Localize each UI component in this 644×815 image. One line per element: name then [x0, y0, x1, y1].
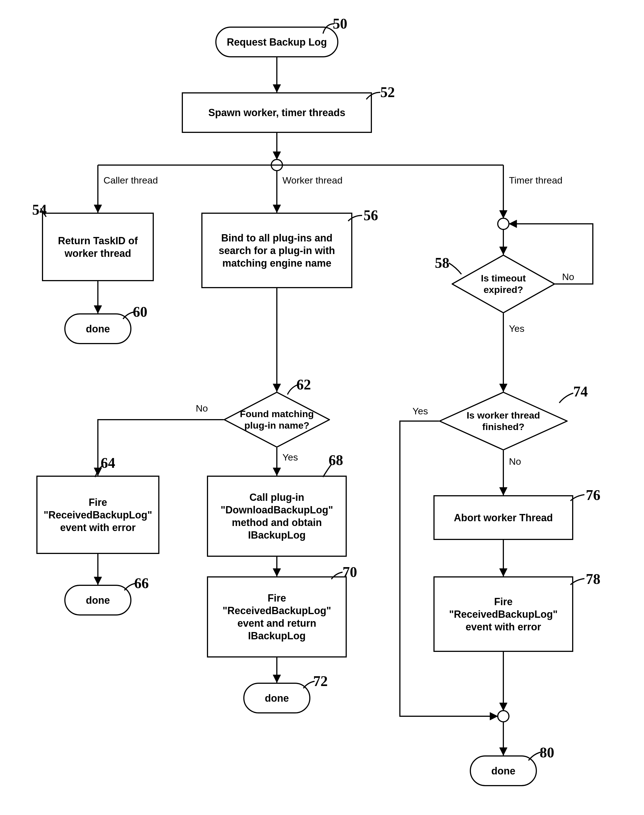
ref-58-leader — [448, 262, 464, 276]
caller-done-label: done — [86, 322, 110, 335]
worker-ok-done-label: done — [265, 692, 289, 704]
svg-marker-1 — [273, 84, 281, 92]
ref-78: 78 — [586, 571, 600, 587]
worker-fire-err-label: Fire "ReceivedBackupLog" event with erro… — [43, 496, 153, 534]
svg-marker-21 — [94, 577, 102, 585]
worker-call-label: Call plug-in "DownloadBackupLog" method … — [213, 491, 340, 541]
ref-56-leader — [345, 213, 365, 224]
timer-finished-decision: Is worker thread finished? — [439, 392, 568, 450]
timer-timeout-no: No — [562, 272, 574, 282]
svg-marker-25 — [273, 568, 281, 576]
ref-74-leader — [557, 392, 576, 406]
worker-found-no: No — [196, 403, 208, 414]
svg-marker-35 — [500, 568, 507, 576]
timer-timeout-yes: Yes — [509, 323, 524, 334]
ref-70-leader — [328, 569, 345, 582]
spawn-label: Spawn worker, timer threads — [209, 106, 345, 119]
timer-abort-label: Abort worker Thread — [454, 511, 553, 524]
svg-marker-9 — [273, 205, 281, 213]
timer-fire-err-process: Fire "ReceivedBackupLog" event with erro… — [434, 576, 573, 652]
worker-err-done-terminator: done — [64, 585, 132, 615]
ref-52-leader — [363, 89, 383, 103]
ref-64-leader — [92, 464, 106, 479]
worker-fire-ok-process: Fire "ReceivedBackupLog" event and retur… — [207, 576, 347, 657]
svg-marker-28 — [509, 220, 517, 228]
worker-bind-process: Bind to all plug-ins and search for a pl… — [201, 213, 352, 288]
svg-marker-30 — [500, 384, 507, 392]
svg-marker-14 — [500, 247, 507, 255]
timer-timeout-decision: Is timeout expired? — [452, 255, 555, 313]
svg-marker-16 — [94, 305, 102, 313]
svg-point-38 — [498, 711, 509, 722]
svg-marker-43 — [440, 392, 567, 450]
caller-return-label: Return TaskID of worker thread — [48, 235, 148, 259]
start-terminator: Request Backup Log — [215, 26, 338, 57]
svg-marker-27 — [273, 675, 281, 683]
caller-return-process: Return TaskID of worker thread — [42, 213, 154, 281]
worker-found-yes: Yes — [282, 452, 298, 463]
ref-62-leader — [285, 383, 301, 396]
svg-marker-41 — [224, 392, 330, 447]
ref-78-leader — [568, 576, 587, 588]
ref-72-leader — [301, 678, 317, 691]
ref-76-leader — [568, 493, 587, 503]
ref-68-leader — [320, 463, 334, 479]
timer-fire-err-label: Fire "ReceivedBackupLog" event with erro… — [440, 596, 567, 633]
ref-54-leader — [38, 207, 52, 218]
worker-call-process: Call plug-in "DownloadBackupLog" method … — [207, 476, 347, 557]
ref-50-leader — [320, 21, 340, 38]
timer-thread-label: Timer thread — [509, 175, 562, 186]
ref-60-leader — [120, 309, 137, 322]
worker-fire-err-process: Fire "ReceivedBackupLog" event with erro… — [36, 476, 159, 554]
worker-err-done-label: done — [86, 594, 110, 606]
svg-marker-23 — [273, 468, 281, 476]
worker-thread-label: Worker thread — [282, 175, 343, 186]
svg-marker-7 — [94, 205, 102, 213]
worker-ok-done-terminator: done — [243, 683, 310, 714]
timer-finished-yes: Yes — [412, 406, 428, 417]
ref-80-leader — [526, 750, 544, 763]
svg-marker-42 — [452, 255, 555, 313]
svg-marker-18 — [273, 384, 281, 392]
svg-marker-3 — [273, 152, 281, 160]
worker-found-decision: Found matching plug-in name? — [224, 392, 330, 448]
svg-marker-37 — [500, 703, 507, 711]
worker-fire-ok-label: Fire "ReceivedBackupLog" event and retur… — [213, 592, 340, 642]
timer-finished-no: No — [509, 456, 521, 467]
ref-76: 76 — [586, 487, 600, 503]
svg-marker-40 — [500, 747, 507, 755]
spawn-process: Spawn worker, timer threads — [182, 92, 372, 133]
start-label: Request Backup Log — [227, 36, 327, 48]
svg-marker-31 — [490, 712, 498, 720]
timer-done-label: done — [491, 764, 515, 777]
ref-66-leader — [122, 580, 138, 593]
svg-point-4 — [271, 160, 282, 171]
svg-marker-33 — [500, 487, 507, 495]
svg-marker-11 — [500, 210, 507, 218]
timer-abort-process: Abort worker Thread — [434, 495, 573, 540]
caller-thread-label: Caller thread — [103, 175, 158, 186]
worker-bind-label: Bind to all plug-ins and search for a pl… — [207, 232, 346, 269]
svg-point-12 — [498, 218, 509, 229]
flowchart-canvas: Request Backup Log 50 Spawn worker, time… — [0, 0, 644, 815]
ref-56: 56 — [363, 207, 378, 224]
